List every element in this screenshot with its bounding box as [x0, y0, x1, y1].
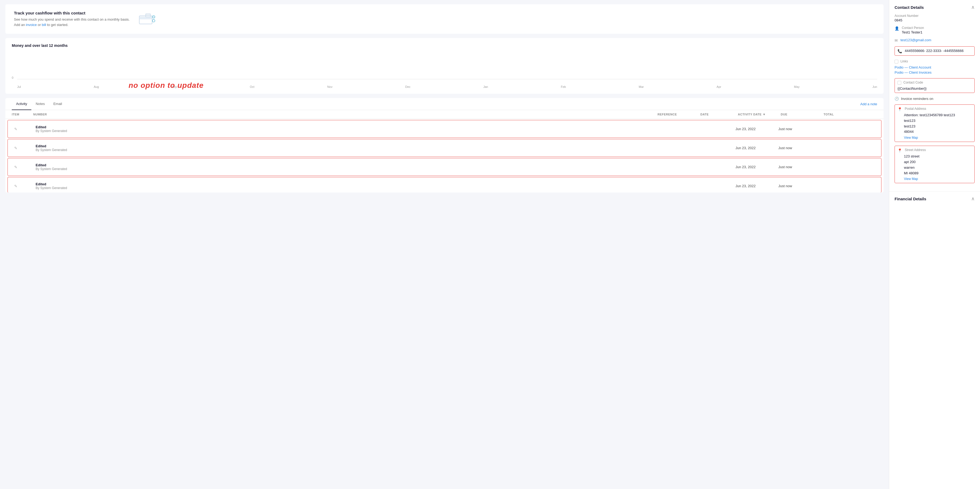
contact-person-item: 👤 Contact Person Test1 Tester1	[894, 26, 975, 34]
col-activity-date[interactable]: ACTIVITY DATE ▼	[738, 113, 781, 116]
cashflow-cta: Add an invoice or bill to get started.	[14, 22, 130, 28]
activity-label: Edited	[36, 182, 655, 186]
contact-code-checkbox-row: Contact Code	[897, 81, 972, 85]
postal-address-item: 📍 Postal Address Attention: test12345678…	[894, 105, 975, 142]
cashflow-text: Track your cashflow with this contact Se…	[14, 11, 130, 27]
postal-line-2: test123	[904, 118, 972, 124]
financial-details-section: Financial Details ∧	[889, 192, 980, 206]
chart-label-jun: Jun	[872, 85, 877, 88]
activity-date: Jun 23, 2022	[735, 184, 778, 188]
table-row: ✎ Edited By System Generated Jun 23, 202…	[8, 139, 881, 157]
chart-label-dec: Dec	[405, 85, 410, 88]
chart-label-nov: Nov	[327, 85, 332, 88]
activity-date: Jun 23, 2022	[735, 165, 778, 169]
tab-notes[interactable]: Notes	[31, 98, 49, 110]
chart-label-feb: Feb	[561, 85, 566, 88]
chart-area: 0	[12, 52, 877, 84]
edit-icon[interactable]: ✎	[14, 146, 36, 150]
street-icon-row: 📍 Street Address	[897, 148, 972, 152]
contact-code-value: {{ContactNumber}}	[897, 86, 972, 90]
links-item: Links Podio — Client Account Podio — Cli…	[894, 59, 975, 75]
cashflow-icon	[138, 13, 155, 25]
edit-icon[interactable]: ✎	[14, 184, 36, 188]
contact-code-checkbox	[897, 81, 901, 85]
contact-code-label: Contact Code	[904, 81, 923, 84]
col-date: DATE	[700, 113, 738, 116]
activity-table: ITEM NUMBER REFERENCE DATE ACTIVITY DATE…	[5, 110, 884, 192]
chart-label-may: May	[794, 85, 800, 88]
postal-pin-icon: 📍	[897, 107, 902, 111]
svg-point-5	[153, 19, 155, 22]
edit-icon[interactable]: ✎	[14, 127, 36, 131]
postal-address-content: Attention: test123456789 test123 test123…	[897, 113, 972, 140]
table-row: ✎ Edited By System Generated Jun 23, 202…	[8, 158, 881, 176]
financial-details-collapse[interactable]: ∧	[971, 196, 975, 202]
contact-details-collapse[interactable]: ∧	[971, 4, 975, 10]
activity-just-now: Just now	[778, 146, 821, 150]
cashflow-banner: Track your cashflow with this contact Se…	[5, 4, 884, 34]
tab-email[interactable]: Email	[49, 98, 67, 110]
postal-address-label: Postal Address	[905, 107, 926, 111]
phone-detail: 📞 4445556666- 222-3333- -4445556666	[897, 49, 972, 53]
table-header: ITEM NUMBER REFERENCE DATE ACTIVITY DATE…	[5, 110, 884, 119]
street-view-map-link[interactable]: View Map	[904, 177, 972, 181]
postal-view-map-link[interactable]: View Map	[904, 136, 972, 140]
contact-person-label: Contact Person	[902, 26, 924, 30]
chart-section: Money and over last 12 months 0 Jul Aug …	[5, 38, 884, 94]
add-note-link[interactable]: Add a note	[860, 98, 877, 110]
person-icon: 👤	[894, 26, 899, 30]
chart-zero-label: 0	[12, 76, 13, 79]
wallet-svg	[138, 13, 155, 25]
activity-sub: By System Generated	[36, 186, 655, 190]
cashflow-description: See how much you spend and receive with …	[14, 17, 130, 22]
activity-sub: By System Generated	[36, 129, 655, 133]
contact-person-value: Test1 Tester1	[902, 30, 924, 34]
activity-just-now: Just now	[778, 127, 821, 131]
account-number-value: 0845	[894, 18, 975, 22]
activity-label-col: Edited By System Generated	[36, 144, 655, 152]
chart-label-apr: Apr	[717, 85, 721, 88]
links-checkbox-row: Links	[894, 59, 975, 64]
right-sidebar: Contact Details ∧ Account Number 0845 👤 …	[889, 0, 980, 489]
col-total: TOTAL	[824, 113, 850, 116]
activity-just-now: Just now	[778, 165, 821, 169]
contact-code-item: Contact Code {{ContactNumber}}	[894, 78, 975, 93]
podio-client-invoices-link[interactable]: Podio — Client Invoices	[894, 70, 932, 75]
contact-details-title: Contact Details	[894, 5, 924, 10]
activity-label-col: Edited By System Generated	[36, 182, 655, 190]
links-checkbox	[894, 60, 898, 64]
tabs-container: Activity Notes Email Add a note	[12, 98, 877, 110]
links-label: Links	[900, 59, 908, 63]
email-link[interactable]: test123@gmail.com	[900, 38, 931, 42]
activity-label-col: Edited By System Generated	[36, 125, 655, 133]
podio-client-account-link[interactable]: Podio — Client Account	[894, 65, 931, 69]
postal-line-4: 48044	[904, 129, 972, 135]
edit-icon[interactable]: ✎	[14, 165, 36, 169]
col-number: NUMBER	[33, 113, 657, 116]
contact-details-header: Contact Details ∧	[894, 4, 975, 10]
bill-link[interactable]: bill	[42, 23, 46, 27]
col-reference: REFERENCE	[657, 113, 700, 116]
link-item-2: Podio — Client Invoices	[894, 70, 975, 75]
street-address-item: 📍 Street Address 123 street apt 200 warr…	[894, 146, 975, 183]
email-icon: ✉	[894, 38, 898, 43]
activity-label: Edited	[36, 163, 655, 167]
activity-date: Jun 23, 2022	[735, 146, 778, 150]
table-row: ✎ Edited By System Generated Jun 23, 202…	[8, 120, 881, 138]
postal-line-1: Attention: test123456789 test123	[904, 113, 972, 118]
phone-item: 📞 4445556666- 222-3333- -4445556666	[894, 46, 975, 56]
link-item-1: Podio — Client Account	[894, 65, 975, 69]
invoice-link[interactable]: invoice	[26, 23, 37, 27]
chart-label-jan: Jan	[483, 85, 488, 88]
street-pin-icon: 📍	[897, 148, 902, 152]
tab-activity[interactable]: Activity	[12, 98, 31, 110]
phone-icon: 📞	[897, 49, 902, 53]
invoice-reminder-label: Invoice reminders on	[901, 97, 934, 101]
col-due: DUE	[781, 113, 824, 116]
activity-sub: By System Generated	[36, 167, 655, 171]
chart-label-jul: Jul	[17, 85, 21, 88]
street-line-3: warren	[904, 165, 972, 171]
chart-label-oct: Oct	[250, 85, 255, 88]
street-line-2: apt 200	[904, 159, 972, 165]
activity-just-now: Just now	[778, 184, 821, 188]
